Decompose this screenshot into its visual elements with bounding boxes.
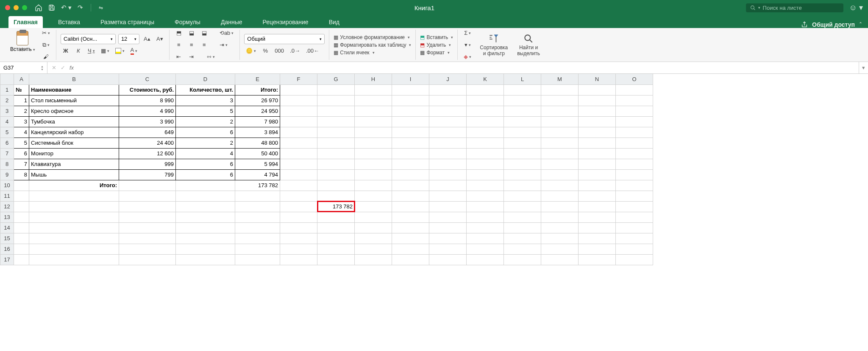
format-as-table-button[interactable]: ▦Форматировать как таблицу [334, 42, 411, 48]
row-header[interactable]: 5 [0, 127, 14, 138]
cell[interactable] [355, 95, 392, 106]
cell[interactable] [317, 222, 355, 233]
font-name-select[interactable]: Calibri (Осн...▾ [61, 34, 116, 44]
cell[interactable] [392, 244, 429, 254]
cell[interactable]: 3 894 [235, 127, 280, 138]
cell[interactable] [176, 201, 235, 212]
cell[interactable]: Количество, шт. [176, 84, 235, 95]
italic-button[interactable]: К [73, 46, 83, 56]
cell[interactable] [504, 148, 541, 159]
cell[interactable] [355, 201, 392, 212]
cell[interactable] [235, 201, 280, 212]
cell[interactable] [280, 127, 317, 138]
cell[interactable] [541, 127, 579, 138]
collapse-ribbon-icon[interactable]: ˄ [859, 21, 862, 28]
row-header[interactable]: 3 [0, 106, 14, 116]
cell[interactable]: 6 [176, 127, 235, 138]
cell[interactable] [429, 201, 467, 212]
row-header[interactable]: 12 [0, 201, 14, 212]
cell[interactable]: 173 782 [235, 180, 280, 191]
cell[interactable]: 4 794 [235, 169, 280, 180]
cell[interactable]: 24 950 [235, 106, 280, 116]
cell[interactable] [579, 138, 616, 148]
row-header[interactable]: 17 [0, 254, 14, 265]
cell[interactable]: 5 [176, 106, 235, 116]
column-headers[interactable]: A B C D E F G H I J K L M N O [0, 74, 653, 84]
cell[interactable] [317, 95, 355, 106]
cell[interactable] [467, 127, 504, 138]
cell-styles-button[interactable]: ▦Стили ячеек [334, 50, 411, 56]
cell[interactable] [317, 191, 355, 201]
cell[interactable] [14, 254, 29, 265]
number-format-select[interactable]: Общий▾ [244, 34, 325, 44]
cell[interactable] [504, 169, 541, 180]
cell[interactable] [541, 212, 579, 222]
cell[interactable] [541, 116, 579, 127]
cell[interactable] [29, 222, 119, 233]
cell[interactable] [429, 212, 467, 222]
cell[interactable] [504, 212, 541, 222]
cell[interactable] [355, 233, 392, 244]
cell[interactable]: Итого: [235, 84, 280, 95]
row-header[interactable]: 1 [0, 84, 14, 95]
expand-formula-bar-icon[interactable]: ▾ [859, 62, 868, 73]
cell[interactable] [429, 159, 467, 169]
cell[interactable] [392, 127, 429, 138]
col-header[interactable]: B [29, 74, 119, 84]
cell[interactable] [119, 254, 176, 265]
cell[interactable] [280, 138, 317, 148]
cell[interactable]: Наименование [29, 84, 119, 95]
cell[interactable] [317, 233, 355, 244]
font-size-select[interactable]: 12▾ [118, 34, 139, 44]
cell[interactable] [317, 106, 355, 116]
cell[interactable] [176, 180, 235, 191]
cell[interactable] [541, 180, 579, 191]
cell[interactable] [579, 191, 616, 201]
cell[interactable] [317, 116, 355, 127]
cell[interactable]: 649 [119, 127, 176, 138]
increase-decimal-icon[interactable]: .0→ [288, 46, 302, 56]
feedback-icon[interactable]: ☺ ▾ [849, 3, 863, 12]
col-header[interactable]: G [317, 74, 355, 84]
cell[interactable] [355, 159, 392, 169]
cell[interactable] [504, 222, 541, 233]
cell[interactable] [541, 244, 579, 254]
cut-icon[interactable]: ✂ [40, 28, 52, 38]
cell[interactable]: 48 800 [235, 138, 280, 148]
align-middle-icon[interactable]: ⬓ [186, 28, 197, 38]
clear-icon[interactable]: ◆ [462, 52, 473, 62]
insert-cells-button[interactable]: ⬒Вставить [420, 34, 453, 40]
cell[interactable] [504, 191, 541, 201]
cell[interactable] [616, 159, 653, 169]
accept-formula-icon[interactable]: ✓ [61, 65, 65, 71]
cell[interactable]: Системный блок [29, 138, 119, 148]
cell[interactable] [429, 127, 467, 138]
conditional-formatting-button[interactable]: ▦Условное форматирование [334, 34, 411, 40]
cell[interactable] [317, 159, 355, 169]
cell[interactable] [616, 127, 653, 138]
row-header[interactable]: 7 [0, 148, 14, 159]
col-header[interactable]: J [429, 74, 467, 84]
cell[interactable] [429, 148, 467, 159]
cell[interactable]: 4 [14, 127, 29, 138]
currency-icon[interactable]: 🪙 [244, 46, 258, 56]
cell[interactable]: 7 [14, 159, 29, 169]
cell[interactable]: 6 [176, 159, 235, 169]
cell[interactable] [616, 212, 653, 222]
wrap-text-icon[interactable]: ⇥ [218, 40, 229, 50]
sheet-search-input[interactable]: ▾ Поиск на листе [746, 3, 843, 12]
cell[interactable]: 2 [176, 138, 235, 148]
cell[interactable] [579, 116, 616, 127]
cell[interactable] [317, 244, 355, 254]
cell[interactable] [616, 106, 653, 116]
fill-icon[interactable]: ▾ [462, 40, 473, 50]
cell-g12-highlight[interactable]: 173 782 [317, 201, 355, 212]
cell[interactable] [14, 201, 29, 212]
align-bottom-icon[interactable]: ⬓ [199, 28, 209, 38]
cell[interactable] [467, 222, 504, 233]
cell[interactable] [235, 254, 280, 265]
cell[interactable]: 6 [14, 148, 29, 159]
cell[interactable] [467, 84, 504, 95]
cell[interactable] [355, 148, 392, 159]
cell[interactable] [14, 191, 29, 201]
